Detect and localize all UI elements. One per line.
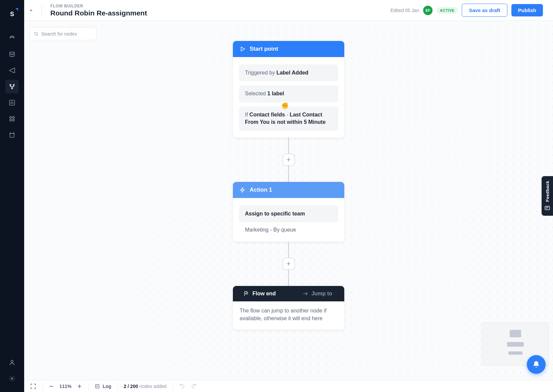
inbox-icon[interactable]: [5, 48, 19, 61]
svg-point-10: [35, 32, 37, 35]
trigger-box: Triggered by Label Added: [239, 64, 338, 81]
add-node-button-1[interactable]: +: [283, 154, 295, 166]
svg-point-8: [11, 360, 13, 362]
start-node-header: Start point: [233, 41, 344, 57]
reports-icon[interactable]: [5, 96, 19, 109]
broadcast-icon[interactable]: [5, 32, 19, 45]
search-input[interactable]: [41, 31, 92, 37]
action-node-title: Action 1: [250, 187, 272, 193]
fit-view-button[interactable]: [30, 383, 36, 389]
flow-icon[interactable]: [5, 80, 19, 93]
zoom-out-button[interactable]: [49, 384, 54, 389]
jump-icon: [303, 291, 308, 296]
top-header: FLOW BUILDER Round Robin Re-assignment E…: [24, 0, 553, 21]
log-button[interactable]: Log: [95, 384, 111, 389]
header-title: Round Robin Re-assignment: [50, 9, 147, 17]
feedback-label: Feedback: [545, 181, 550, 202]
back-button[interactable]: [30, 4, 42, 16]
zoom-in-button[interactable]: [77, 384, 82, 389]
svg-point-0: [10, 84, 11, 85]
svg-rect-7: [13, 119, 14, 121]
action-detail: Marketing - By queue: [239, 222, 338, 235]
flow-canvas[interactable]: Start point Triggered by Label Added Sel…: [24, 21, 553, 380]
editor-avatar[interactable]: EF: [423, 6, 433, 15]
commerce-icon[interactable]: [5, 128, 19, 142]
feedback-icon: [544, 205, 550, 211]
minimap-block: [510, 330, 521, 337]
app-logo[interactable]: S: [5, 7, 19, 21]
flow-end-tab[interactable]: Flow end: [233, 286, 287, 301]
campaign-icon[interactable]: [5, 64, 19, 77]
svg-rect-6: [10, 119, 11, 121]
end-node-body: The flow can jump to another node if ava…: [233, 301, 344, 330]
svg-point-9: [11, 378, 13, 380]
minimap-block: [507, 342, 524, 347]
zoom-percent: 111%: [59, 384, 72, 389]
svg-rect-4: [10, 116, 11, 118]
action-node[interactable]: Action 1 Assign to specific team Marketi…: [233, 182, 344, 242]
svg-marker-11: [241, 47, 245, 51]
edited-timestamp: Edited 05 Jan: [390, 8, 419, 13]
header-titles: FLOW BUILDER Round Robin Re-assignment: [50, 4, 147, 17]
notification-button[interactable]: [527, 355, 546, 374]
flag-icon: [244, 291, 249, 296]
end-node[interactable]: Flow end Jump to The flow can jump to an…: [233, 286, 344, 330]
minimap-block: [508, 351, 522, 355]
save-draft-button[interactable]: Save as draft: [462, 4, 507, 17]
header-subtitle: FLOW BUILDER: [50, 4, 147, 8]
action-node-header: Action 1: [233, 182, 344, 198]
left-sidebar: S: [0, 0, 24, 392]
nodes-count: 2 / 200 nodes added: [124, 384, 167, 389]
connector: [288, 166, 289, 182]
connector: [288, 242, 289, 258]
bell-icon: [532, 360, 540, 369]
settings-icon[interactable]: [5, 372, 19, 385]
undo-button[interactable]: [179, 383, 185, 389]
svg-point-1: [13, 84, 14, 85]
action-label-box: Assign to specific team: [239, 205, 338, 222]
feedback-tab[interactable]: Feedback: [542, 176, 553, 216]
integrations-icon[interactable]: [5, 112, 19, 126]
svg-rect-12: [96, 384, 99, 388]
redo-button[interactable]: [191, 383, 197, 389]
status-badge: ACTIVE: [437, 7, 458, 14]
jump-to-tab[interactable]: Jump to: [291, 286, 344, 301]
condition-box: ✊ If Contact fields - Last Contact From …: [239, 106, 338, 131]
grab-cursor-icon: ✊: [281, 102, 289, 110]
search-icon: [34, 31, 39, 37]
bolt-icon: [240, 187, 246, 193]
connector: [288, 138, 289, 154]
play-icon: [240, 46, 246, 52]
start-node-title: Start point: [250, 46, 278, 52]
search-nodes[interactable]: [30, 28, 97, 40]
connector: [288, 270, 289, 286]
add-node-button-2[interactable]: +: [283, 258, 295, 270]
user-icon[interactable]: [5, 356, 19, 369]
svg-point-2: [11, 88, 12, 89]
svg-rect-5: [13, 116, 14, 118]
publish-button[interactable]: Publish: [511, 4, 543, 16]
selected-box: Selected 1 label: [239, 85, 338, 102]
bottom-toolbar: 111% Log 2 / 200 nodes added: [24, 380, 553, 392]
start-node[interactable]: Start point Triggered by Label Added Sel…: [233, 41, 344, 138]
